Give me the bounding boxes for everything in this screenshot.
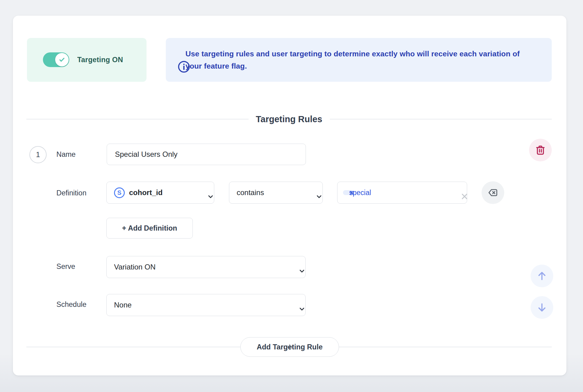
remove-tag-icon[interactable] — [349, 190, 354, 195]
rule-number-badge: 1 — [29, 146, 47, 163]
info-banner: Use targeting rules and user targeting t… — [166, 38, 552, 82]
segment-property-icon: S — [114, 187, 125, 198]
schedule-label: Schedule — [56, 300, 86, 308]
info-banner-text: Use targeting rules and user targeting t… — [185, 48, 529, 72]
arrow-up-icon — [536, 270, 548, 282]
add-targeting-rule-button[interactable]: Add Targeting Rule — [240, 337, 339, 357]
value-tag-special[interactable]: special — [343, 190, 355, 195]
property-dropdown[interactable]: S cohort_id — [106, 182, 214, 204]
arrow-down-icon — [536, 301, 548, 314]
targeting-toggle-panel: Targeting ON — [27, 38, 147, 82]
name-label: Name — [56, 150, 76, 158]
header-divider-left — [26, 119, 249, 119]
rule-name-input[interactable] — [107, 144, 306, 165]
move-rule-up-button[interactable] — [531, 265, 553, 287]
schedule-dropdown-value: None — [114, 301, 131, 309]
property-dropdown-value: cohort_id — [129, 188, 162, 197]
section-title: Targeting Rules — [249, 114, 330, 124]
move-rule-down-button[interactable] — [531, 296, 553, 319]
add-targeting-rule-label: Add Targeting Rule — [257, 343, 323, 351]
backspace-icon — [488, 187, 498, 198]
header-divider-right — [330, 119, 552, 119]
targeting-rules-card: Targeting ON Use targeting rules and use… — [13, 16, 566, 375]
trash-icon — [535, 145, 546, 156]
serve-dropdown-value: Variation ON — [114, 263, 156, 271]
serve-dropdown[interactable]: Variation ON — [106, 256, 306, 278]
schedule-dropdown[interactable]: None — [106, 294, 306, 316]
add-definition-button[interactable]: + Add Definition — [106, 218, 193, 239]
backspace-clear-button[interactable] — [482, 181, 504, 204]
serve-label: Serve — [56, 262, 75, 270]
targeting-toggle[interactable] — [43, 52, 69, 67]
section-header: Targeting Rules — [26, 113, 552, 125]
definition-label: Definition — [56, 189, 86, 197]
toggle-knob — [55, 53, 69, 66]
values-tag-input[interactable]: special — [337, 182, 467, 204]
targeting-toggle-label: Targeting ON — [77, 38, 123, 82]
operator-dropdown-value: contains — [237, 188, 264, 197]
operator-dropdown[interactable]: contains — [229, 182, 323, 204]
check-icon — [58, 56, 66, 63]
delete-rule-button[interactable] — [529, 139, 552, 161]
